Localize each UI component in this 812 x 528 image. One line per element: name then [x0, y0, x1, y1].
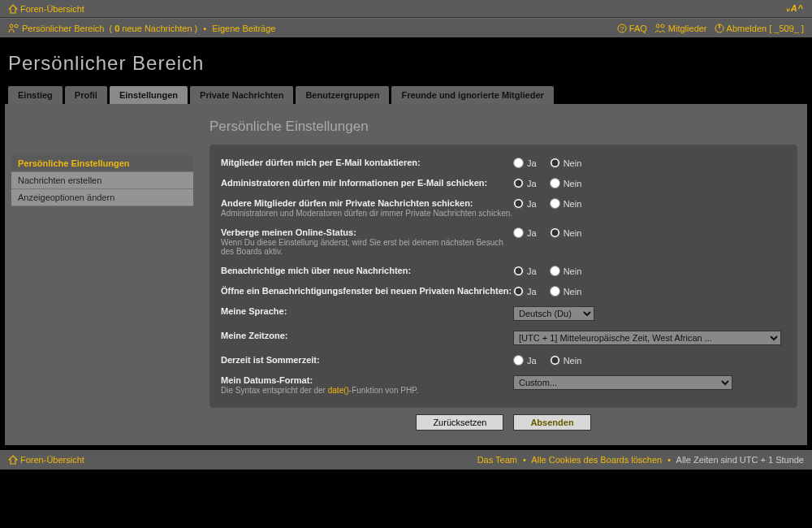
tab-freunde[interactable]: Freunde und ignorierte Mitglieder	[391, 86, 553, 104]
radio-r2-no[interactable]: Nein	[550, 198, 582, 209]
members-link[interactable]: Mitglieder	[668, 24, 707, 33]
svg-point-5	[661, 24, 664, 28]
hint-hide-online: Wenn Du diese Einstellung änderst, wird …	[221, 238, 513, 256]
members-icon	[654, 24, 666, 33]
side-personal-settings[interactable]: Persönliche Einstellungen	[11, 155, 193, 172]
radio-r8-no[interactable]: Nein	[550, 355, 582, 366]
svg-text:?: ?	[620, 25, 624, 32]
footer-cookies[interactable]: Alle Cookies des Boards löschen	[531, 455, 662, 465]
radio-r0-yes[interactable]: Ja	[513, 158, 537, 168]
label-dst: Derzeit ist Sommerzeit:	[221, 355, 513, 365]
radio-r4-yes[interactable]: Ja	[513, 266, 537, 276]
radio-r0-no[interactable]: Nein	[550, 158, 582, 168]
faq-link[interactable]: FAQ	[629, 24, 647, 33]
personal-area-link[interactable]: Persönlicher Bereich	[22, 24, 105, 33]
select-language[interactable]: Deutsch (Du)	[513, 306, 594, 321]
home-icon	[8, 455, 18, 465]
logout-link[interactable]: Abmelden [ _509_ ]	[727, 24, 804, 33]
tab-benutzergruppen[interactable]: Benutzergruppen	[296, 86, 389, 104]
tab-einstellungen[interactable]: Einstellungen	[110, 86, 188, 104]
user-icon	[8, 24, 19, 33]
home-icon	[8, 4, 18, 14]
faq-icon: ?	[617, 24, 627, 33]
tab-private-nachrichten[interactable]: Private Nachrichten	[190, 86, 293, 104]
svg-point-4	[656, 24, 659, 28]
radio-r5-no[interactable]: Nein	[550, 286, 582, 296]
label-hide-online: Verberge meinen Online-Status:	[221, 227, 513, 237]
radio-r4-no[interactable]: Nein	[550, 266, 582, 276]
label-admin-email: Administratoren dürfen mir Informationen…	[221, 178, 513, 188]
panel-title: Persönliche Einstellungen	[209, 119, 797, 135]
svg-point-0	[10, 24, 13, 28]
select-timezone[interactable]: [UTC + 1] Mitteleuropäische Zeit, West A…	[513, 331, 781, 345]
tab-profil[interactable]: Profil	[65, 86, 107, 104]
radio-r3-yes[interactable]: Ja	[513, 227, 537, 238]
svg-point-1	[15, 24, 18, 28]
hint-pm-allow: Administratoren und Moderatoren dürfen d…	[221, 209, 513, 218]
hint-dateformat: Die Syntax entspricht der der date()-Fun…	[221, 386, 513, 395]
label-language: Meine Sprache:	[221, 306, 513, 316]
reset-button[interactable]: Zurücksetzen	[416, 414, 503, 431]
radio-r3-no[interactable]: Nein	[550, 227, 582, 238]
footer-tz: Alle Zeiten sind UTC + 1 Stunde	[676, 455, 804, 465]
label-timezone: Meine Zeitzone:	[221, 331, 513, 340]
font-size-toggle[interactable]: ᵥA^	[786, 3, 804, 14]
tab-einstieg[interactable]: Einstieg	[8, 86, 63, 104]
radio-r8-yes[interactable]: Ja	[513, 355, 537, 366]
label-notify: Benachrichtige mich über neue Nachrichte…	[221, 266, 513, 275]
new-msg-count: 0	[114, 24, 119, 33]
label-email-contact: Mitglieder dürfen mich per E-Mail kontak…	[221, 158, 513, 167]
label-dateformat: Mein Datums-Format:	[221, 375, 513, 385]
select-dateformat[interactable]: Custom...	[513, 375, 732, 390]
own-posts-link[interactable]: Eigene Beiträge	[212, 24, 275, 33]
php-date-link[interactable]: date()	[328, 386, 349, 395]
label-pm-allow: Andere Mitglieder dürfen mir Private Nac…	[221, 198, 513, 208]
forum-index-link[interactable]: Foren-Übersicht	[20, 4, 84, 14]
label-pm-popup: Öffne ein Benachrichtigungsfenster bei n…	[221, 286, 513, 296]
footer-team[interactable]: Das Team	[477, 455, 517, 465]
radio-r2-yes[interactable]: Ja	[513, 198, 537, 209]
submit-button[interactable]: Absenden	[513, 414, 590, 431]
radio-r5-yes[interactable]: Ja	[513, 286, 537, 296]
logout-icon	[715, 24, 724, 33]
side-compose[interactable]: Nachrichten erstellen	[11, 172, 193, 189]
radio-r1-yes[interactable]: Ja	[513, 178, 537, 188]
radio-r1-no[interactable]: Nein	[550, 178, 582, 188]
page-title: Persönlicher Bereich	[0, 37, 812, 86]
side-display-options[interactable]: Anzeigeoptionen ändern	[11, 189, 193, 206]
footer-forum-index[interactable]: Foren-Übersicht	[20, 455, 84, 465]
